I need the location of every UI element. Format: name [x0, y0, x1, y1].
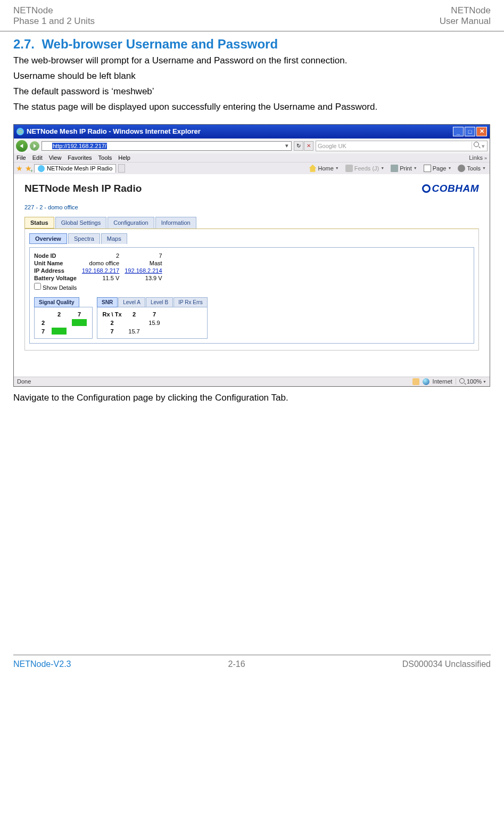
ip-link-2[interactable]: 192.168.2.214 — [125, 267, 167, 274]
paragraph-1: The web-browser will prompt for a Userna… — [13, 55, 491, 67]
url-dropdown-icon[interactable]: ▾ — [284, 142, 290, 149]
subtab-maps[interactable]: Maps — [101, 233, 127, 244]
tab-level-a[interactable]: Level A — [118, 297, 145, 307]
window-titlebar: NETNode Mesh IP Radio - Windows Internet… — [14, 125, 490, 139]
menu-tools[interactable]: Tools — [98, 154, 112, 161]
overview-table: Node ID27 Unit Namedomo officeMast IP Ad… — [34, 252, 168, 282]
tab-status[interactable]: Status — [24, 217, 54, 229]
menu-favorites[interactable]: Favorites — [68, 154, 92, 161]
subtab-spectra[interactable]: Spectra — [68, 233, 100, 244]
sub-tabs: Overview Spectra Maps — [29, 233, 474, 244]
header-left: NETNode Phase 1 and 2 Units — [13, 5, 95, 27]
tab-configuration[interactable]: Configuration — [108, 217, 154, 229]
section-title: Web-browser Username and Password — [42, 37, 278, 51]
print-button[interactable]: Print ▼ — [389, 164, 419, 173]
snr-grid: Rx \ Tx27 215.9 715.7 — [100, 310, 204, 336]
menu-file[interactable]: File — [16, 154, 26, 161]
print-icon — [391, 165, 398, 172]
header-right: NETNode User Manual — [440, 5, 491, 27]
quality-row: Signal Quality 27 2 7 SNR — [34, 297, 469, 339]
page-icon-cmd — [424, 165, 431, 172]
tools-button[interactable]: Tools ▼ — [456, 164, 488, 173]
paragraph-after: Navigate to the Configuration page by cl… — [13, 392, 491, 404]
paragraph-4: The status page will be displayed upon s… — [13, 101, 491, 113]
search-button[interactable]: ▾ — [472, 142, 486, 150]
page-body: COBHAM NETNode Mesh IP Radio 227 - 2 - d… — [14, 174, 490, 377]
brand-ring-icon — [422, 184, 431, 193]
overview-panel: Node ID27 Unit Namedomo officeMast IP Ad… — [29, 247, 474, 344]
add-favorite-icon[interactable]: ★+ — [25, 164, 32, 173]
feeds-button: Feeds (J) ▼ — [344, 164, 386, 173]
main-tabs: Status Global Settings Configuration Inf… — [24, 217, 479, 229]
links-toolbar[interactable]: Links » — [469, 154, 487, 161]
url-text: http://192.168.2.217/ — [52, 143, 107, 149]
menu-bar: File Edit View Favorites Tools Help Link… — [14, 153, 490, 162]
page-button[interactable]: Page ▼ — [422, 164, 453, 173]
new-tab-button[interactable] — [118, 164, 125, 173]
feed-icon — [345, 165, 353, 172]
menu-view[interactable]: View — [49, 154, 62, 161]
home-button[interactable]: Home ▼ — [307, 164, 340, 173]
zoom-icon — [459, 378, 466, 385]
signal-block-icon — [52, 328, 67, 335]
address-bar[interactable]: http://192.168.2.217/ ▾ — [42, 141, 292, 151]
menu-help[interactable]: Help — [118, 154, 130, 161]
tab-signal-quality[interactable]: Signal Quality — [34, 297, 79, 307]
tab-favicon-icon — [38, 165, 45, 172]
paragraph-2: Username should be left blank — [13, 70, 491, 83]
maximize-button[interactable]: □ — [465, 127, 475, 136]
header-right-line1: NETNode — [440, 5, 491, 16]
section-heading: 2.7. Web-browser Username and Password — [13, 37, 491, 52]
signal-block-icon — [72, 319, 87, 326]
favorites-star-icon[interactable]: ★ — [16, 164, 23, 173]
stop-button[interactable]: ✕ — [304, 141, 313, 151]
shield-icon — [412, 378, 419, 385]
tab-level-b[interactable]: Level B — [146, 297, 173, 307]
snr-box: SNR Level A Level B IP Rx Errs Rx \ Tx27… — [97, 297, 208, 339]
search-placeholder: Google UK — [318, 143, 346, 149]
ip-link-1[interactable]: 192.168.2.217 — [82, 267, 125, 274]
page-header: NETNode Phase 1 and 2 Units NETNode User… — [0, 0, 504, 31]
search-box[interactable]: Google UK ▾ — [316, 141, 488, 151]
tab-title: NETNode Mesh IP Radio — [47, 165, 112, 172]
status-done: Done — [17, 378, 31, 385]
address-bar-row: http://192.168.2.217/ ▾ ↻ ✕ Google UK ▾ — [14, 139, 490, 153]
ie-icon — [16, 128, 24, 135]
header-left-line1: NETNode — [13, 5, 95, 16]
browser-screenshot: NETNode Mesh IP Radio - Windows Internet… — [13, 124, 490, 387]
back-button[interactable] — [16, 140, 28, 152]
section-number: 2.7. — [13, 37, 35, 51]
zoom-control[interactable]: 100% ▼ — [456, 378, 486, 385]
command-bar: ★ ★+ NETNode Mesh IP Radio Home ▼ Feeds … — [14, 162, 490, 174]
menu-edit[interactable]: Edit — [32, 154, 43, 161]
page-title: NETNode Mesh IP Radio — [24, 183, 479, 194]
refresh-button[interactable]: ↻ — [294, 141, 303, 151]
browser-tab[interactable]: NETNode Mesh IP Radio — [34, 164, 116, 173]
show-details-checkbox[interactable] — [34, 283, 41, 290]
search-icon — [474, 142, 480, 148]
page-footer: NETNode-V2.3 2-16 DS000034 Unclassified — [13, 655, 491, 673]
tab-content: Overview Spectra Maps Node ID27 Unit Nam… — [24, 229, 479, 351]
tab-global-settings[interactable]: Global Settings — [55, 217, 107, 229]
header-right-line2: User Manual — [440, 16, 491, 27]
minimize-button[interactable]: _ — [453, 127, 464, 136]
footer-version: NETNode-V2.3 — [13, 659, 71, 669]
footer-classification: DS000034 Unclassified — [402, 659, 491, 669]
tools-icon — [458, 165, 465, 172]
tab-snr[interactable]: SNR — [97, 297, 118, 307]
tab-ip-rx-errs[interactable]: IP Rx Errs — [173, 297, 207, 307]
signal-grid: 27 2 7 — [37, 310, 89, 336]
status-bar: Done Internet 100% ▼ — [14, 377, 490, 386]
tab-information[interactable]: Information — [155, 217, 196, 229]
subtab-overview[interactable]: Overview — [29, 233, 67, 244]
show-details-row: Show Details — [34, 283, 469, 291]
page-icon — [43, 142, 51, 150]
row-ip-address: IP Address192.168.2.217192.168.2.214 — [34, 267, 168, 274]
close-button[interactable]: ✕ — [476, 127, 487, 136]
footer-page-number: 2-16 — [228, 659, 245, 669]
node-id-line: 227 - 2 - domo office — [24, 204, 479, 210]
brand-logo: COBHAM — [422, 183, 480, 194]
status-zone: Internet — [433, 378, 452, 385]
forward-button[interactable] — [30, 141, 39, 151]
signal-quality-box: Signal Quality 27 2 7 — [34, 297, 93, 339]
